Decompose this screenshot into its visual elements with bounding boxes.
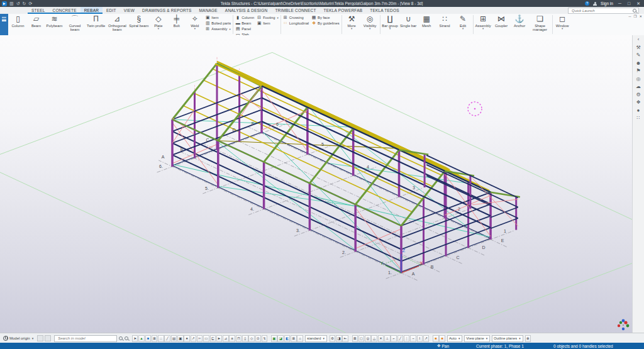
model-viewport[interactable]: 6.5.4.3.2.1.654321ABCDEABCDEXYZ — [0, 35, 633, 333]
snap-switch-10[interactable]: Ⅰ — [417, 335, 423, 342]
ribbon-button-item[interactable]: ▣Item — [205, 15, 231, 20]
ribbon-button-shape-manager[interactable]: ❏Shape manager — [529, 14, 552, 32]
ribbon-button-crossing[interactable]: ⊞Crossing — [283, 15, 309, 20]
ribbon-button-column[interactable]: ▯Column — [9, 14, 27, 28]
snap-switch-7[interactable]: ╱ — [397, 335, 404, 342]
minimize-button[interactable]: ─ — [617, 1, 623, 6]
toolbar-mid-button-1[interactable]: ◨ — [336, 335, 342, 342]
tab-tekla-powerfab[interactable]: TEKLA POWERFAB — [320, 7, 367, 14]
ribbon-button-footing[interactable]: ⊟Footing▾ — [257, 15, 279, 20]
ribbon-button-bar-group[interactable]: ∐Bar group▾ — [381, 14, 399, 31]
ribbon-button-edit[interactable]: ✎Edit▾ — [454, 14, 472, 31]
close-button[interactable]: ✕ — [635, 1, 641, 6]
notifications-icon[interactable]: ⚑ — [636, 68, 640, 74]
tab-steel[interactable]: STEEL — [28, 7, 49, 14]
snap-switch-11[interactable]: ↗ — [423, 335, 430, 342]
search-model-icon[interactable] — [119, 336, 123, 340]
snap-switch-5[interactable]: ⊥ — [384, 335, 391, 342]
snap-priority-0[interactable]: ■ — [433, 335, 439, 342]
selection-switch-4[interactable]: ∷ — [158, 335, 164, 342]
extensions-icon[interactable]: ❖ — [636, 99, 640, 105]
toolbar-extra-button[interactable]: ⊕ — [525, 335, 531, 342]
tab-tekla-tedos[interactable]: TEKLA TEDOS — [366, 7, 403, 14]
outline-planes-combo[interactable]: Outline planes ▼ — [492, 335, 523, 342]
selection-switch-10[interactable]: ✂ — [197, 335, 203, 342]
selection-switch-6[interactable]: ▤ — [171, 335, 177, 342]
selection-switch-16[interactable]: Π — [236, 335, 242, 342]
selection-switch-0[interactable]: ➤ — [132, 335, 138, 342]
ribbon-button-longitudinal[interactable]: ∷Longitudinal — [283, 21, 309, 26]
selection-switch-7[interactable]: ▣ — [177, 335, 184, 342]
selection-switch-8[interactable]: ● — [184, 335, 190, 342]
tab-manage[interactable]: MANAGE — [195, 7, 221, 14]
undo-icon[interactable]: ↺ — [16, 1, 20, 6]
selection-switch-18[interactable]: ◇ — [248, 335, 255, 342]
ribbon-button-curved-beam[interactable]: ⌒Curved beam — [64, 14, 86, 32]
selection-filter-combo[interactable]: standard ▼ — [305, 335, 327, 342]
user-icon[interactable] — [593, 2, 597, 6]
origin-tool-button-2[interactable] — [45, 335, 51, 341]
tab-view[interactable]: VIEW — [120, 7, 138, 14]
ribbon-button-assembly[interactable]: ⊞Assembly▾ — [205, 26, 231, 31]
trimble-connect-icon[interactable]: ◎ — [636, 76, 641, 82]
profile-icon[interactable]: ● — [637, 108, 640, 113]
ribbon-button-by-face[interactable]: ▦By face — [311, 15, 339, 20]
ribbon-button-orthogonal-beam[interactable]: ⊿Orthogonal beam — [106, 14, 128, 32]
tab-edit[interactable]: EDIT — [103, 7, 120, 14]
view-plane-combo[interactable]: View plane ▼ — [464, 335, 490, 342]
origin-tool-button-1[interactable] — [37, 335, 43, 341]
snap-switch-4[interactable]: ✕ — [378, 335, 384, 342]
ribbon-button-coupler[interactable]: ⋈Coupler — [492, 14, 511, 28]
quick-launch-box[interactable] — [568, 8, 639, 14]
ribbon-button-beam[interactable]: ▱Beam — [27, 14, 45, 28]
ribbon-button-assembly[interactable]: ⊞Assembly▾ — [474, 14, 492, 31]
ribbon-button-visibility[interactable]: ◎Visibility▾ — [361, 14, 379, 31]
tab-trimble-connect[interactable]: TRIMBLE CONNECT — [271, 7, 319, 14]
maximize-button[interactable]: □ — [626, 1, 631, 6]
ribbon-button-single-bar[interactable]: ∪Single bar — [399, 14, 418, 28]
ribbon-button-weld[interactable]: ✧Weld▾ — [186, 14, 204, 31]
selection-mode-0[interactable]: ▣ — [271, 335, 277, 342]
quick-launch-input[interactable] — [570, 8, 633, 13]
history-icon[interactable]: ⟳ — [28, 1, 32, 6]
ribbon-button-spiral-beam[interactable]: §Spiral beam — [128, 14, 149, 28]
snap-auto-combo[interactable]: Auto ▼ — [447, 335, 462, 342]
snap-switch-2[interactable]: ◎ — [365, 335, 371, 342]
cloud-icon[interactable]: ☁ — [636, 84, 641, 89]
ribbon-button-bolt[interactable]: ╪Bolt — [167, 14, 186, 28]
selection-switch-1[interactable]: ▲ — [138, 335, 145, 342]
selection-switch-9[interactable]: ↗ — [191, 335, 197, 342]
ribbon-button-by-guidelines[interactable]: ❖By guidelines — [311, 21, 339, 26]
ribbon-button-column[interactable]: ▮Column — [235, 15, 254, 20]
snap-switch-9[interactable]: ~ — [410, 335, 416, 342]
save-icon[interactable]: ▥ — [9, 1, 14, 6]
snap-switch-6[interactable]: ⌐ — [391, 335, 397, 342]
child-minimize-button[interactable]: ─ — [629, 14, 631, 18]
snap-switch-1[interactable]: ◻ — [358, 335, 365, 342]
redo-icon[interactable]: ↻ — [23, 1, 26, 6]
tab-analysis-design[interactable]: ANALYSIS & DESIGN — [221, 7, 272, 14]
apps-grid-icon[interactable]: ∷ — [636, 115, 640, 121]
model-3d-view[interactable]: 6.5.4.3.2.1.654321ABCDEABCDEXYZ — [0, 35, 633, 333]
ribbon-button-panel[interactable]: ▤Panel — [235, 26, 254, 31]
ribbon-button-bolted-parts[interactable]: ▥Bolted parts — [205, 21, 231, 26]
snap-switch-3[interactable]: △ — [371, 335, 377, 342]
snap-switch-8[interactable]: ⋮ — [404, 335, 410, 342]
selection-switch-13[interactable]: ► — [216, 335, 223, 342]
tab-rebar[interactable]: REBAR — [80, 7, 103, 14]
ribbon-button-window[interactable]: ◻Window▾ — [553, 14, 572, 31]
selection-mode-4[interactable]: ⌂ — [297, 335, 303, 342]
selection-switch-3[interactable]: ⊞ — [152, 335, 158, 342]
selection-switch-12[interactable]: ⊑ — [210, 335, 216, 342]
selection-mode-1[interactable]: ◪ — [277, 335, 284, 342]
ribbon-button-strand[interactable]: ∷Strand — [436, 14, 454, 28]
selection-switch-2[interactable]: ■ — [145, 335, 152, 342]
ribbon-button-mesh[interactable]: ▦Mesh — [418, 14, 436, 28]
ribbon-button-polybeam[interactable]: ≋Polybeam — [45, 14, 64, 28]
child-close-button[interactable]: ✕ — [639, 14, 642, 18]
properties-icon[interactable]: ⚒ — [636, 45, 640, 50]
ribbon-button-plate[interactable]: ◇Plate▾ — [149, 14, 167, 31]
search-drawing-icon[interactable] — [125, 336, 128, 340]
toolbar-mid-button-0[interactable]: ⚙ — [330, 335, 336, 342]
sign-in-link[interactable]: Sign in — [601, 1, 613, 6]
